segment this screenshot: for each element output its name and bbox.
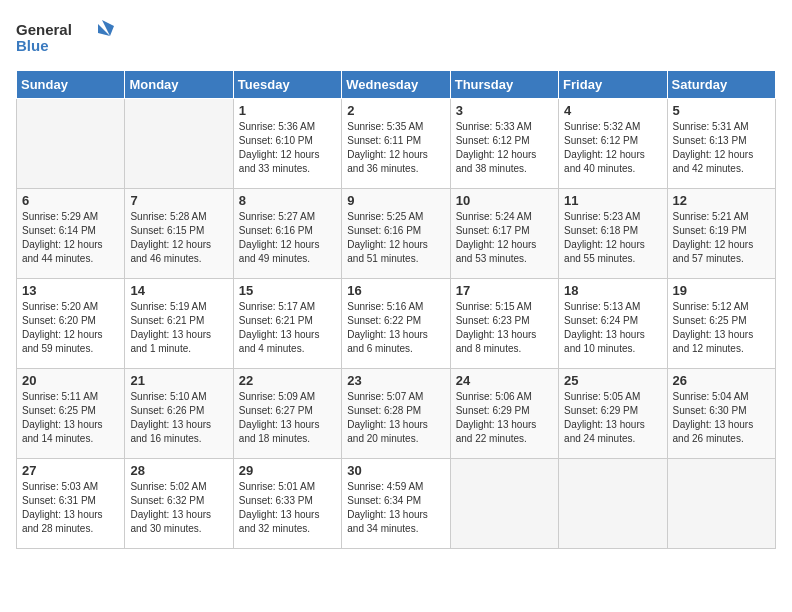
day-info: Sunrise: 5:02 AM Sunset: 6:32 PM Dayligh… (130, 480, 227, 536)
logo-bird-icon (76, 16, 120, 60)
day-number: 30 (347, 463, 444, 478)
day-info: Sunrise: 5:25 AM Sunset: 6:16 PM Dayligh… (347, 210, 444, 266)
day-number: 14 (130, 283, 227, 298)
day-info: Sunrise: 5:17 AM Sunset: 6:21 PM Dayligh… (239, 300, 336, 356)
day-info: Sunrise: 5:10 AM Sunset: 6:26 PM Dayligh… (130, 390, 227, 446)
day-info: Sunrise: 5:09 AM Sunset: 6:27 PM Dayligh… (239, 390, 336, 446)
day-number: 4 (564, 103, 661, 118)
calendar-cell: 1Sunrise: 5:36 AM Sunset: 6:10 PM Daylig… (233, 99, 341, 189)
calendar-week-1: 1Sunrise: 5:36 AM Sunset: 6:10 PM Daylig… (17, 99, 776, 189)
day-number: 27 (22, 463, 119, 478)
day-number: 7 (130, 193, 227, 208)
day-number: 22 (239, 373, 336, 388)
day-info: Sunrise: 4:59 AM Sunset: 6:34 PM Dayligh… (347, 480, 444, 536)
calendar-cell: 24Sunrise: 5:06 AM Sunset: 6:29 PM Dayli… (450, 369, 558, 459)
weekday-header-saturday: Saturday (667, 71, 775, 99)
calendar-cell: 28Sunrise: 5:02 AM Sunset: 6:32 PM Dayli… (125, 459, 233, 549)
day-info: Sunrise: 5:16 AM Sunset: 6:22 PM Dayligh… (347, 300, 444, 356)
logo-general: General (16, 22, 72, 39)
calendar-cell: 13Sunrise: 5:20 AM Sunset: 6:20 PM Dayli… (17, 279, 125, 369)
day-info: Sunrise: 5:20 AM Sunset: 6:20 PM Dayligh… (22, 300, 119, 356)
calendar-cell: 16Sunrise: 5:16 AM Sunset: 6:22 PM Dayli… (342, 279, 450, 369)
day-number: 26 (673, 373, 770, 388)
day-info: Sunrise: 5:01 AM Sunset: 6:33 PM Dayligh… (239, 480, 336, 536)
day-number: 6 (22, 193, 119, 208)
calendar-week-3: 13Sunrise: 5:20 AM Sunset: 6:20 PM Dayli… (17, 279, 776, 369)
day-number: 11 (564, 193, 661, 208)
day-number: 9 (347, 193, 444, 208)
day-number: 19 (673, 283, 770, 298)
calendar-cell: 5Sunrise: 5:31 AM Sunset: 6:13 PM Daylig… (667, 99, 775, 189)
calendar-cell: 22Sunrise: 5:09 AM Sunset: 6:27 PM Dayli… (233, 369, 341, 459)
day-info: Sunrise: 5:24 AM Sunset: 6:17 PM Dayligh… (456, 210, 553, 266)
calendar-cell: 19Sunrise: 5:12 AM Sunset: 6:25 PM Dayli… (667, 279, 775, 369)
day-info: Sunrise: 5:33 AM Sunset: 6:12 PM Dayligh… (456, 120, 553, 176)
day-number: 5 (673, 103, 770, 118)
calendar-cell: 17Sunrise: 5:15 AM Sunset: 6:23 PM Dayli… (450, 279, 558, 369)
calendar-cell: 8Sunrise: 5:27 AM Sunset: 6:16 PM Daylig… (233, 189, 341, 279)
calendar-cell (667, 459, 775, 549)
calendar-cell: 30Sunrise: 4:59 AM Sunset: 6:34 PM Dayli… (342, 459, 450, 549)
day-info: Sunrise: 5:06 AM Sunset: 6:29 PM Dayligh… (456, 390, 553, 446)
day-number: 15 (239, 283, 336, 298)
day-number: 17 (456, 283, 553, 298)
day-info: Sunrise: 5:35 AM Sunset: 6:11 PM Dayligh… (347, 120, 444, 176)
day-info: Sunrise: 5:03 AM Sunset: 6:31 PM Dayligh… (22, 480, 119, 536)
day-info: Sunrise: 5:15 AM Sunset: 6:23 PM Dayligh… (456, 300, 553, 356)
calendar-cell: 10Sunrise: 5:24 AM Sunset: 6:17 PM Dayli… (450, 189, 558, 279)
weekday-header-friday: Friday (559, 71, 667, 99)
day-info: Sunrise: 5:31 AM Sunset: 6:13 PM Dayligh… (673, 120, 770, 176)
day-number: 28 (130, 463, 227, 478)
calendar-cell: 25Sunrise: 5:05 AM Sunset: 6:29 PM Dayli… (559, 369, 667, 459)
day-info: Sunrise: 5:36 AM Sunset: 6:10 PM Dayligh… (239, 120, 336, 176)
day-number: 23 (347, 373, 444, 388)
calendar-cell: 2Sunrise: 5:35 AM Sunset: 6:11 PM Daylig… (342, 99, 450, 189)
calendar-cell: 27Sunrise: 5:03 AM Sunset: 6:31 PM Dayli… (17, 459, 125, 549)
day-info: Sunrise: 5:07 AM Sunset: 6:28 PM Dayligh… (347, 390, 444, 446)
calendar-cell: 29Sunrise: 5:01 AM Sunset: 6:33 PM Dayli… (233, 459, 341, 549)
calendar-cell: 11Sunrise: 5:23 AM Sunset: 6:18 PM Dayli… (559, 189, 667, 279)
weekday-header-row: SundayMondayTuesdayWednesdayThursdayFrid… (17, 71, 776, 99)
logo: GeneralBlue (16, 16, 120, 60)
logo-blue: Blue (16, 38, 72, 55)
calendar-cell: 9Sunrise: 5:25 AM Sunset: 6:16 PM Daylig… (342, 189, 450, 279)
calendar-cell: 18Sunrise: 5:13 AM Sunset: 6:24 PM Dayli… (559, 279, 667, 369)
calendar-cell: 4Sunrise: 5:32 AM Sunset: 6:12 PM Daylig… (559, 99, 667, 189)
calendar-cell: 20Sunrise: 5:11 AM Sunset: 6:25 PM Dayli… (17, 369, 125, 459)
day-info: Sunrise: 5:05 AM Sunset: 6:29 PM Dayligh… (564, 390, 661, 446)
calendar-week-4: 20Sunrise: 5:11 AM Sunset: 6:25 PM Dayli… (17, 369, 776, 459)
calendar-cell: 3Sunrise: 5:33 AM Sunset: 6:12 PM Daylig… (450, 99, 558, 189)
weekday-header-wednesday: Wednesday (342, 71, 450, 99)
calendar-cell: 14Sunrise: 5:19 AM Sunset: 6:21 PM Dayli… (125, 279, 233, 369)
day-info: Sunrise: 5:19 AM Sunset: 6:21 PM Dayligh… (130, 300, 227, 356)
calendar-cell (125, 99, 233, 189)
calendar-cell: 23Sunrise: 5:07 AM Sunset: 6:28 PM Dayli… (342, 369, 450, 459)
calendar-cell: 7Sunrise: 5:28 AM Sunset: 6:15 PM Daylig… (125, 189, 233, 279)
day-info: Sunrise: 5:29 AM Sunset: 6:14 PM Dayligh… (22, 210, 119, 266)
logo-text-block: GeneralBlue (16, 22, 72, 55)
day-info: Sunrise: 5:28 AM Sunset: 6:15 PM Dayligh… (130, 210, 227, 266)
day-info: Sunrise: 5:11 AM Sunset: 6:25 PM Dayligh… (22, 390, 119, 446)
calendar-table: SundayMondayTuesdayWednesdayThursdayFrid… (16, 70, 776, 549)
day-number: 24 (456, 373, 553, 388)
day-info: Sunrise: 5:21 AM Sunset: 6:19 PM Dayligh… (673, 210, 770, 266)
day-number: 3 (456, 103, 553, 118)
day-info: Sunrise: 5:23 AM Sunset: 6:18 PM Dayligh… (564, 210, 661, 266)
page-header: GeneralBlue (16, 16, 776, 60)
weekday-header-sunday: Sunday (17, 71, 125, 99)
weekday-header-thursday: Thursday (450, 71, 558, 99)
day-info: Sunrise: 5:27 AM Sunset: 6:16 PM Dayligh… (239, 210, 336, 266)
day-info: Sunrise: 5:13 AM Sunset: 6:24 PM Dayligh… (564, 300, 661, 356)
day-number: 18 (564, 283, 661, 298)
day-number: 21 (130, 373, 227, 388)
calendar-cell: 6Sunrise: 5:29 AM Sunset: 6:14 PM Daylig… (17, 189, 125, 279)
weekday-header-tuesday: Tuesday (233, 71, 341, 99)
day-number: 10 (456, 193, 553, 208)
calendar-cell: 21Sunrise: 5:10 AM Sunset: 6:26 PM Dayli… (125, 369, 233, 459)
day-info: Sunrise: 5:12 AM Sunset: 6:25 PM Dayligh… (673, 300, 770, 356)
day-number: 12 (673, 193, 770, 208)
day-number: 13 (22, 283, 119, 298)
calendar-week-2: 6Sunrise: 5:29 AM Sunset: 6:14 PM Daylig… (17, 189, 776, 279)
day-info: Sunrise: 5:04 AM Sunset: 6:30 PM Dayligh… (673, 390, 770, 446)
calendar-body: 1Sunrise: 5:36 AM Sunset: 6:10 PM Daylig… (17, 99, 776, 549)
